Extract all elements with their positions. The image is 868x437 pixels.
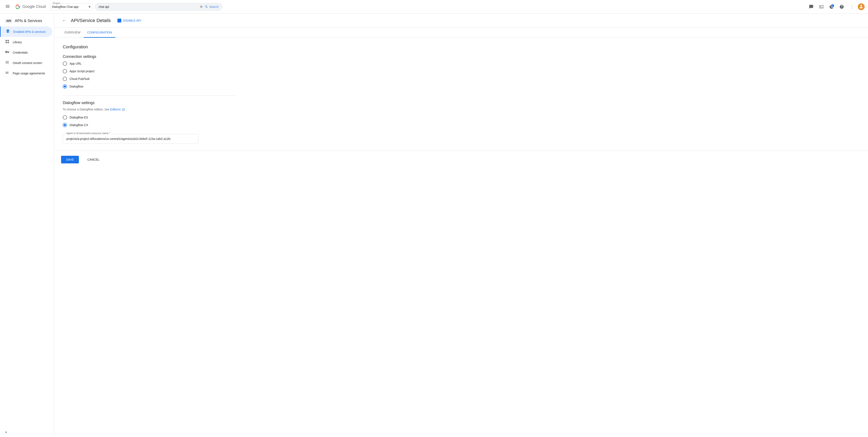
radio-dialogflow-cx-inner [64,124,66,126]
svg-rect-3 [6,42,7,43]
help-icon[interactable] [837,3,846,11]
project-name: Dialogflow Chat app [52,5,89,8]
credentials-icon [5,50,9,55]
page-header: ← API/Service Details DISABLE API [54,13,868,28]
page-usage-icon [5,70,9,76]
radio-dialogflow[interactable]: Dialogflow [63,84,237,89]
disable-api-button[interactable]: DISABLE API [114,17,144,24]
radio-apps-script-circle [63,69,67,73]
svg-point-0 [858,3,865,10]
radio-app-url[interactable]: App URL [63,61,237,66]
radio-dialogflow-es[interactable]: Dialogflow ES [63,115,237,120]
svg-rect-1 [6,40,7,41]
radio-cloud-pubsub[interactable]: Cloud Pub/Sub [63,77,237,81]
search-clear-icon[interactable]: ✕ [200,4,203,9]
connection-settings-title: Connection settings [63,55,237,59]
dialogflow-desc: To choose a Dialogflow edition, see Edit… [63,108,237,111]
api-badge: API [5,19,12,23]
radio-dialogflow-es-label: Dialogflow ES [69,116,88,119]
menu-icon[interactable] [3,2,12,11]
config-title: Configuration [63,44,237,50]
radio-cloud-pubsub-label: Cloud Pub/Sub [69,77,90,81]
app-layout: API APIs & Services Enabled APIs & servi… [0,0,868,437]
radio-dialogflow-label: Dialogflow [69,85,83,88]
desc-prefix: To choose a Dialogflow edition, see [63,108,110,111]
sidebar-item-label: Credentials [13,51,28,54]
resource-name-field: Agent or Environment resource name * [63,134,198,144]
search-bar: ✕ Search [95,3,222,10]
sidebar-item-library[interactable]: Library [0,37,52,47]
kebab-icon: ⋮ [850,4,854,9]
svg-rect-2 [8,40,9,41]
save-button[interactable]: SAVE [61,156,79,163]
more-options-icon[interactable]: ⋮ [848,3,856,11]
notification-count: 1 [831,4,835,8]
svg-rect-4 [8,42,9,43]
chevron-down-icon: ▾ [89,4,91,9]
radio-apps-script-label: Apps Script project [69,69,95,73]
radio-dialogflow-cx-label: Dialogflow CX [69,123,88,127]
dialogflow-settings-title: Dialogflow settings [63,101,237,105]
resource-name-label: Agent or Environment resource name * [65,132,111,135]
sidebar-item-credentials[interactable]: Credentials [0,47,52,58]
radio-dialogflow-inner [64,85,66,88]
sidebar-nav: Enabled APIs & services Library Credenti… [0,27,54,79]
radio-cloud-pubsub-circle [63,77,67,81]
sidebar-item-enabled-apis[interactable]: Enabled APIs & services [0,27,52,37]
sidebar-item-oauth-consent[interactable]: OAuth consent screen [0,58,52,68]
page-title: API/Service Details [71,18,111,23]
radio-apps-script[interactable]: Apps Script project [63,69,237,73]
cancel-button[interactable]: CANCEL [82,156,104,163]
radio-dialogflow-circle [63,84,67,89]
search-input[interactable] [99,5,200,8]
enabled-apis-icon [6,29,10,34]
project-label: Project [52,2,61,4]
tabs-bar: OVERVIEW CONFIGURATION [54,28,868,38]
collapse-icon: ◂ [5,430,7,434]
google-cloud-logo: Google Cloud [14,3,46,10]
radio-app-url-label: App URL [69,62,82,65]
notifications-icon[interactable] [807,3,815,11]
library-icon [5,39,9,45]
tab-overview[interactable]: OVERVIEW [61,28,84,38]
sidebar-item-label: OAuth consent screen [13,61,42,65]
radio-app-url-circle [63,61,67,66]
section-divider [63,95,237,96]
disable-api-label: DISABLE API [123,19,141,22]
topbar: Google Cloud Project Dialogflow Chat app… [0,0,868,13]
notification-bell[interactable]: 1 [827,3,836,11]
avatar[interactable] [858,3,865,10]
sidebar-item-page-usage[interactable]: Page usage agreements [0,68,52,79]
oauth-consent-icon [5,60,9,65]
collapse-sidebar-button[interactable]: ◂ [0,427,54,437]
editions-link[interactable]: Editions [110,108,126,111]
main-content: ← API/Service Details DISABLE API OVERVI… [54,13,868,437]
connection-radio-group: App URL Apps Script project Cloud Pub/Su… [63,61,237,89]
sidebar-header: API APIs & Services [0,15,54,27]
desc-suffix: . [126,108,127,111]
sidebar-item-label: Enabled APIs & services [13,30,46,33]
topbar-actions: 1 ⋮ [807,3,865,11]
search-button[interactable]: Search [205,5,219,9]
sidebar-title: APIs & Services [15,19,42,23]
disable-api-icon [118,19,121,23]
resource-name-input[interactable] [63,134,198,144]
tab-configuration[interactable]: CONFIGURATION [84,28,115,38]
back-button[interactable]: ← [61,17,67,24]
sidebar-item-label: Library [13,40,22,44]
logo-text: Google Cloud [23,4,46,9]
radio-dialogflow-cx-circle [63,123,67,127]
radio-dialogflow-es-circle [63,115,67,120]
terminal-icon[interactable] [817,3,826,11]
search-label: Search [209,5,219,8]
config-section: Configuration Connection settings App UR… [54,38,245,151]
project-selector[interactable]: Project Dialogflow Chat app ▾ [50,3,92,10]
page-footer: SAVE CANCEL [54,151,868,168]
sidebar: API APIs & Services Enabled APIs & servi… [0,13,54,437]
sidebar-item-label: Page usage agreements [13,72,45,75]
radio-dialogflow-cx[interactable]: Dialogflow CX [63,123,237,127]
dialogflow-radio-group: Dialogflow ES Dialogflow CX [63,115,237,127]
